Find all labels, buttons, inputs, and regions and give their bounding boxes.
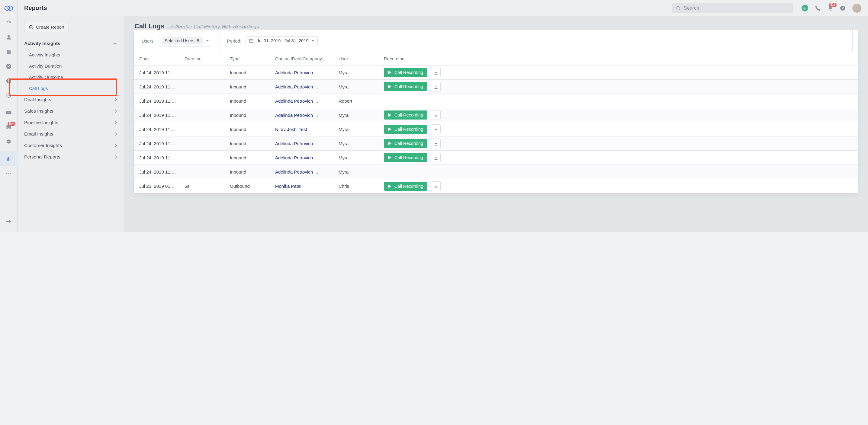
filter-period-select[interactable]: Jul 01, 2019 - Jul 31, 2019 [246, 36, 318, 45]
phone-icon[interactable] [815, 5, 821, 11]
svg-text:$: $ [8, 79, 10, 83]
contact-link[interactable]: Adelinda Petrovich [275, 112, 313, 118]
col-type: Type [230, 56, 275, 61]
play-icon [388, 185, 392, 188]
section-activity-insights[interactable]: Activity Insights [18, 38, 124, 49]
cell-recording: Call Recording [384, 153, 853, 162]
cell-user: Myra [339, 70, 384, 75]
cell-contact: Adelinda Petrovich… [275, 98, 339, 103]
cell-recording: Call Recording [384, 68, 853, 77]
nav-dashboard-icon[interactable] [0, 16, 18, 30]
sidebar-group-deal-insights[interactable]: Deal Insights [18, 94, 124, 105]
download-icon [434, 113, 438, 118]
sidebar-item-activity-insights[interactable]: Activity Insights [18, 49, 124, 60]
nav-inbox-badge: 1k+ [7, 122, 15, 126]
nav-chat-icon[interactable] [0, 134, 18, 149]
sidebar-group-customer-insights[interactable]: Customer Insights [18, 140, 124, 151]
cell-contact: Adelinda Petrovich… [275, 112, 339, 118]
nav-deals-icon[interactable]: $ [0, 74, 18, 88]
download-recording-button[interactable] [431, 110, 441, 120]
nav-expand-icon[interactable] [0, 214, 18, 229]
chevron-right-icon [115, 143, 117, 148]
cell-contact: Monika Patel [275, 184, 339, 189]
sidebar-group-email-insights[interactable]: Email Insights [18, 128, 124, 140]
sidebar-item-activity-duration[interactable]: Activity Duration [18, 60, 124, 71]
table-row: Jul 24, 2019 11:…InboundAdelinda Petrovi… [134, 94, 858, 108]
play-recording-button[interactable]: Call Recording [384, 110, 427, 120]
chevron-right-icon [115, 98, 117, 102]
filter-users-select[interactable]: Selected Users [5] [159, 35, 212, 46]
play-recording-button[interactable]: Call Recording [384, 125, 427, 134]
app-logo[interactable] [4, 3, 14, 13]
table-row: Jul 24, 2019 11:…InboundAdelinda Petrovi… [134, 151, 858, 165]
contact-link[interactable]: Adelinda Petrovich [275, 98, 313, 103]
notifications-icon[interactable]: 519 [828, 5, 833, 11]
download-recording-button[interactable] [431, 153, 441, 162]
nav-contacts-icon[interactable] [0, 30, 18, 45]
nav-email-icon[interactable] [0, 105, 18, 120]
nav-tasks-icon[interactable] [0, 59, 18, 74]
contact-link[interactable]: Adelinda Petrovich [275, 169, 313, 174]
download-recording-button[interactable] [431, 68, 441, 77]
search-input[interactable]: Search [672, 3, 793, 13]
contact-link[interactable]: Adelinda Petrovich [275, 141, 313, 146]
filter-period-label: Period: [227, 38, 242, 43]
cell-contact: Adelinda Petrovich… [275, 70, 339, 75]
filter-users-value: Selected Users [5] [162, 37, 203, 44]
cell-date: Jul 24, 2019 11:… [139, 84, 185, 89]
contact-link[interactable]: Adelinda Petrovich [275, 70, 313, 75]
play-recording-button[interactable]: Call Recording [384, 139, 427, 148]
nav-inbox-icon[interactable]: 1k+ [0, 120, 18, 134]
contact-more: … [315, 70, 320, 75]
cell-recording: Call Recording [384, 124, 853, 134]
contact-link[interactable]: Nirav Joshi Test [275, 127, 307, 132]
play-recording-button[interactable]: Call Recording [384, 182, 427, 191]
cell-contact: Adelinda Petrovich… [275, 155, 339, 160]
filter-period-value: Jul 01, 2019 - Jul 31, 2019 [257, 38, 308, 43]
cell-user: Robert [339, 98, 384, 103]
play-recording-button[interactable]: Call Recording [384, 82, 427, 91]
contact-link[interactable]: Adelinda Petrovich [275, 84, 313, 89]
play-recording-button[interactable]: Call Recording [384, 153, 427, 162]
calendar-icon [249, 38, 254, 43]
cell-type: Inbound [230, 84, 275, 89]
sidebar-item-call-logs[interactable]: Call Logs [18, 83, 124, 94]
contact-link[interactable]: Adelinda Petrovich [275, 155, 313, 160]
sidebar-group-personal-reports[interactable]: Personal Reports [18, 151, 124, 163]
cell-type: Inbound [230, 112, 275, 118]
filters-bar: Users: Selected Users [5] Period: [134, 30, 858, 52]
download-icon [434, 85, 438, 89]
play-recording-button[interactable]: Call Recording [384, 68, 427, 77]
table-row: Jul 24, 2019 11:…InboundAdelinda Petrovi… [134, 65, 858, 80]
table-row: Jul 24, 2019 11:…InboundAdelinda Petrovi… [134, 136, 858, 151]
help-icon[interactable]: ? [840, 5, 846, 11]
avatar[interactable] [852, 4, 861, 13]
cell-user: Myra [339, 112, 384, 118]
download-icon [434, 70, 438, 75]
sidebar-group-pipeline-insights[interactable]: Pipeline Insights [18, 117, 124, 128]
download-recording-button[interactable] [431, 182, 441, 191]
create-report-button[interactable]: Create Report [24, 22, 69, 32]
nav-products-icon[interactable] [0, 88, 18, 103]
contact-link[interactable]: Monika Patel [275, 184, 302, 189]
table-row: Jul 24, 2019 11:…InboundNirav Joshi Test… [134, 122, 858, 136]
sidebar-group-sales-insights[interactable]: Sales Insights [18, 105, 124, 117]
nav-companies-icon[interactable] [0, 45, 18, 59]
page-subtitle: - Filterable Call History With Recording… [168, 24, 259, 30]
nav-reports-icon[interactable] [0, 152, 18, 166]
chevron-right-icon [115, 132, 117, 136]
nav-more-icon[interactable] [0, 166, 18, 181]
download-recording-button[interactable] [431, 124, 441, 134]
search-placeholder: Search [684, 5, 699, 11]
svg-point-1 [8, 6, 13, 10]
play-icon [388, 156, 392, 159]
filter-users: Users: Selected Users [5] [134, 30, 220, 52]
svg-rect-12 [249, 39, 253, 42]
plus-circle-icon [29, 25, 33, 30]
sidebar-item-activity-outcome[interactable]: Activity Outcome [18, 71, 124, 83]
contact-more: … [315, 112, 320, 118]
cell-date: Jul 24, 2019 11:… [139, 112, 185, 118]
download-recording-button[interactable] [431, 138, 441, 148]
add-button[interactable] [802, 5, 808, 11]
download-recording-button[interactable] [431, 82, 441, 92]
